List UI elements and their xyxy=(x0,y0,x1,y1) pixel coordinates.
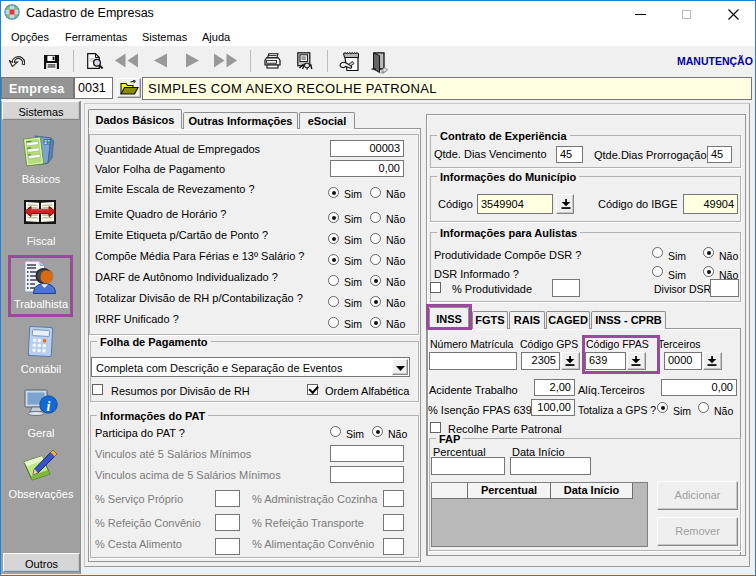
svg-text:i: i xyxy=(47,399,51,414)
